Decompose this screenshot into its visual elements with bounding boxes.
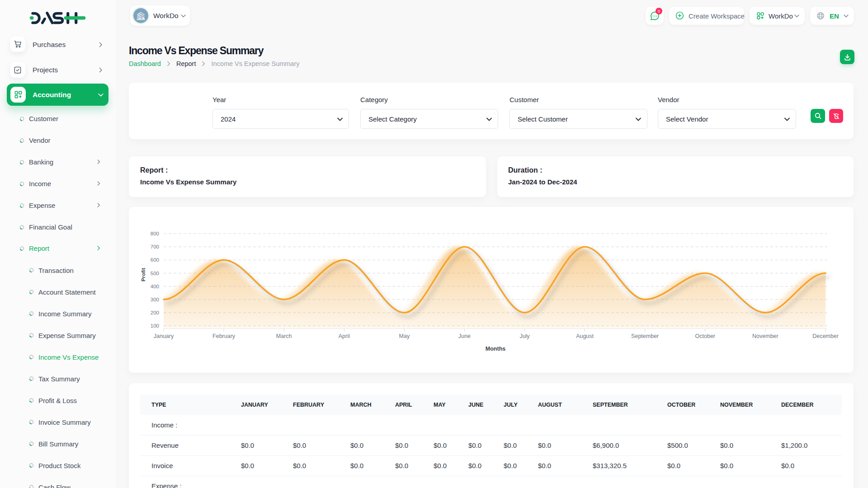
svg-text:Profit: Profit [141,268,146,282]
svg-text:300: 300 [151,297,159,302]
svg-text:100: 100 [151,323,159,328]
svg-text:800: 800 [151,231,159,236]
svg-text:September: September [631,333,659,339]
svg-text:July: July [519,333,530,339]
svg-text:May: May [399,333,410,339]
svg-text:700: 700 [151,244,159,249]
svg-text:600: 600 [151,257,159,263]
svg-text:April: April [339,333,350,339]
svg-text:March: March [276,333,292,339]
svg-text:200: 200 [151,310,159,315]
svg-text:October: October [695,333,715,339]
svg-text:500: 500 [151,271,159,276]
svg-text:August: August [576,333,594,339]
svg-text:Months: Months [486,346,505,352]
svg-text:December: December [812,333,839,339]
svg-text:January: January [154,333,174,339]
svg-text:February: February [212,333,236,339]
svg-text:November: November [752,333,778,339]
svg-text:400: 400 [151,284,159,289]
svg-text:June: June [458,333,471,339]
